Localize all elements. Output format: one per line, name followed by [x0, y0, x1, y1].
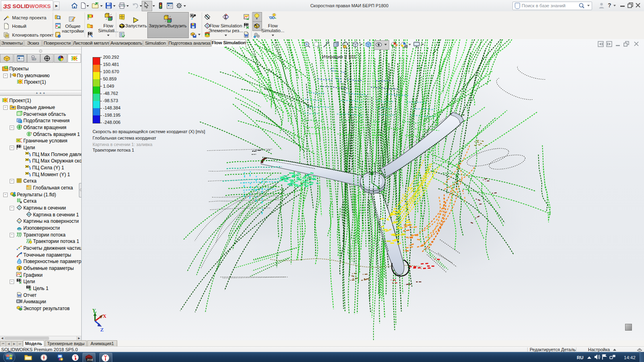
svg-text:Z: Z	[100, 327, 104, 333]
svg-text:2018: 2018	[87, 358, 93, 361]
svg-text:X: X	[103, 313, 107, 319]
svg-text:Y: Y	[92, 307, 96, 313]
